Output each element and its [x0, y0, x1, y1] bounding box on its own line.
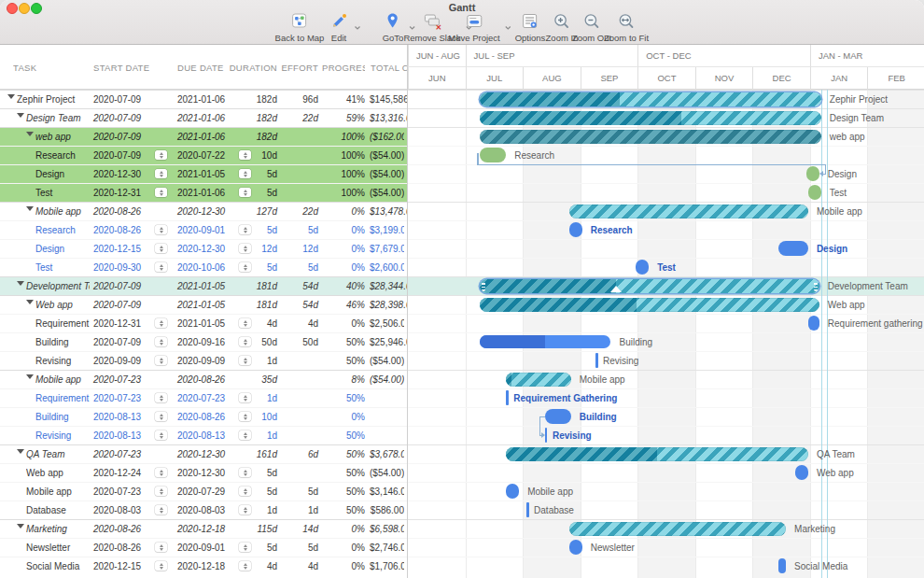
due-date-cell[interactable]: 2021-01-05 [177, 318, 235, 329]
table-row[interactable]: Building2020-08-132020-08-2610d0% [0, 407, 407, 426]
start-date-cell[interactable]: 2020-07-09 [93, 132, 151, 142]
due-date-cell[interactable]: 2020-12-30 [177, 206, 235, 217]
table-row[interactable]: Newsletter2020-08-262020-09-015d5d0%$2,7… [0, 538, 407, 557]
due-date-cell[interactable]: 2020-09-01 [177, 225, 235, 235]
start-date-cell[interactable]: 2020-12-15 [93, 244, 151, 254]
gantt-bar-task[interactable] [778, 241, 808, 256]
due-date-cell[interactable]: 2021-01-05 [177, 169, 235, 179]
date-stepper[interactable] [155, 169, 167, 178]
due-date-cell[interactable]: 2020-09-01 [177, 543, 235, 553]
gantt-bar-task[interactable] [808, 185, 821, 200]
gantt-bar-task[interactable] [778, 558, 786, 573]
table-row[interactable]: Development Team2020-07-092021-01-05181d… [0, 276, 407, 295]
gantt-bar-milestone[interactable] [526, 502, 529, 517]
gantt-bar-task[interactable] [480, 335, 610, 348]
gantt-bar-summary[interactable] [480, 279, 819, 293]
date-stepper[interactable] [155, 150, 167, 160]
start-date-cell[interactable]: 2020-07-09 [93, 94, 151, 105]
date-stepper[interactable] [155, 356, 167, 365]
start-date-cell[interactable]: 2020-08-26 [93, 524, 151, 534]
due-date-cell[interactable]: 2021-01-06 [177, 132, 235, 142]
disclosure-triangle[interactable] [17, 113, 24, 118]
table-row[interactable]: Design2020-12-152020-12-3012d12d0%$7,679… [0, 239, 407, 258]
due-date-cell[interactable]: 2020-09-16 [177, 337, 235, 347]
due-date-cell[interactable]: 2020-12-30 [177, 449, 235, 459]
date-stepper[interactable] [155, 318, 167, 328]
column-header-progress[interactable]: PROGRESS [322, 63, 365, 73]
start-date-cell[interactable]: 2020-07-23 [93, 449, 151, 459]
start-date-cell[interactable]: 2020-09-30 [93, 262, 151, 273]
due-date-cell[interactable]: 2020-08-26 [177, 412, 235, 422]
chevron-down-icon[interactable] [505, 19, 512, 26]
gantt-bar-summary[interactable] [506, 373, 570, 387]
gantt-bar-summary[interactable] [480, 130, 820, 144]
start-date-cell[interactable]: 2020-07-09 [93, 337, 151, 347]
gantt-bar-summary[interactable] [480, 298, 819, 312]
start-date-cell[interactable]: 2020-09-09 [93, 356, 151, 366]
start-date-cell[interactable]: 2020-12-30 [93, 169, 151, 179]
due-date-cell[interactable]: 2020-09-09 [177, 356, 235, 366]
due-date-cell[interactable]: 2020-10-06 [177, 262, 235, 273]
edit-button[interactable]: Edit [329, 12, 349, 43]
progress-drag-handle[interactable] [610, 286, 622, 292]
start-date-cell[interactable]: 2020-12-24 [93, 468, 151, 478]
table-row[interactable]: QA Team2020-07-232020-12-30161d6d50%$3,6… [0, 444, 407, 463]
options-button[interactable]: Options [515, 12, 546, 43]
column-header-duration[interactable]: DURATION [224, 63, 277, 73]
due-date-cell[interactable]: 2020-08-03 [177, 505, 235, 515]
gantt-bar-task[interactable] [506, 484, 519, 499]
table-row[interactable]: web app2020-07-092021-01-06182d100%($162… [0, 127, 407, 146]
table-row[interactable]: Test2020-09-302020-10-065d5d0%$2,600.00 [0, 258, 407, 276]
due-date-cell[interactable]: 2020-12-30 [177, 244, 235, 254]
column-header-start-date[interactable]: START DATE [93, 63, 149, 73]
date-stepper[interactable] [155, 337, 167, 346]
table-row[interactable]: Revising2020-08-132020-08-131d50% [0, 426, 407, 444]
start-date-cell[interactable]: 2020-07-09 [93, 150, 151, 161]
start-date-cell[interactable]: 2020-08-26 [93, 543, 151, 553]
column-header-effort[interactable]: EFFORT [280, 63, 318, 73]
column-header-due-date[interactable]: DUE DATE [177, 63, 224, 73]
table-row[interactable]: Web app2020-07-092021-01-05181d54d46%$28… [0, 295, 407, 314]
table-row[interactable]: Web app2020-12-242020-12-305d50%($54.00) [0, 463, 407, 482]
due-date-cell[interactable]: 2020-12-18 [177, 524, 235, 534]
gantt-bar-summary[interactable] [569, 204, 808, 219]
disclosure-triangle[interactable] [17, 524, 24, 529]
due-date-cell[interactable]: 2020-08-13 [177, 430, 235, 441]
due-date-cell[interactable]: 2021-01-05 [177, 281, 235, 291]
start-date-cell[interactable]: 2020-07-09 [93, 281, 151, 291]
disclosure-triangle[interactable] [26, 374, 34, 379]
due-date-cell[interactable]: 2020-07-23 [177, 393, 235, 403]
gantt-bar-task[interactable] [795, 465, 808, 480]
disclosure-triangle[interactable] [26, 132, 34, 136]
gantt-bar-task[interactable] [569, 222, 582, 237]
gantt-bar-milestone[interactable] [595, 353, 598, 368]
table-row[interactable]: Database2020-08-032020-08-031d1d50%$586.… [0, 500, 407, 519]
due-date-cell[interactable]: 2020-08-26 [177, 374, 235, 385]
resize-handle[interactable] [482, 281, 485, 291]
due-date-cell[interactable]: 2021-01-05 [177, 300, 235, 310]
goto-button[interactable]: GoTo [383, 12, 404, 43]
due-date-cell[interactable]: 2020-07-22 [177, 150, 235, 161]
table-row[interactable]: Mobile app2020-07-232020-08-2635d8%($54.… [0, 370, 407, 388]
disclosure-triangle[interactable] [17, 281, 24, 286]
move-project-button[interactable]: Move Project [448, 12, 499, 43]
table-row[interactable]: Test2020-12-312021-01-065d100%($54.00) [0, 183, 407, 202]
chevron-down-icon[interactable] [354, 19, 361, 26]
gantt-bar-summary[interactable] [480, 92, 820, 106]
gantt-bar-milestone[interactable] [506, 390, 509, 405]
table-row[interactable]: Revising2020-09-092020-09-091d50%($54.00… [0, 351, 407, 370]
gantt-bar-task[interactable] [808, 316, 819, 331]
due-date-cell[interactable]: 2020-12-18 [177, 561, 235, 571]
disclosure-triangle[interactable] [26, 300, 34, 304]
due-date-cell[interactable]: 2020-07-29 [177, 486, 235, 497]
table-row[interactable]: Research2020-07-092020-07-2210d100%($54.… [0, 146, 407, 164]
date-stepper[interactable] [155, 486, 167, 496]
start-date-cell[interactable]: 2020-08-26 [93, 206, 151, 217]
start-date-cell[interactable]: 2020-07-23 [93, 393, 151, 403]
start-date-cell[interactable]: 2020-07-23 [93, 486, 151, 497]
start-date-cell[interactable]: 2020-07-09 [93, 113, 151, 123]
date-stepper[interactable] [155, 225, 167, 234]
start-date-cell[interactable]: 2020-08-13 [93, 412, 151, 422]
gantt-bar-task[interactable] [569, 540, 582, 555]
resize-handle[interactable] [814, 281, 818, 291]
